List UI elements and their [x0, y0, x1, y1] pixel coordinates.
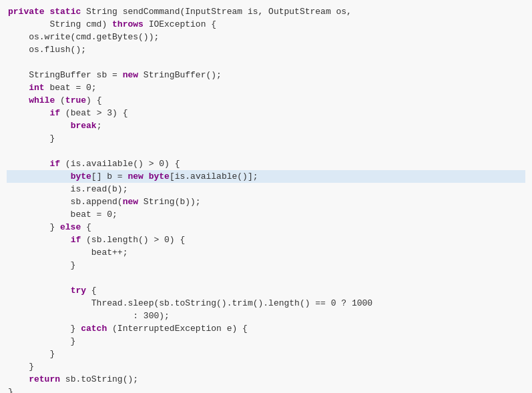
code-line	[7, 56, 525, 69]
code-line	[7, 145, 525, 157]
plain-token: }	[8, 222, 60, 232]
plain-token: }	[8, 324, 81, 334]
plain-token: String sendCommand(InputStream is, Outpu…	[81, 7, 352, 17]
code-line: try {	[7, 284, 525, 297]
plain-token: beat = 0;	[45, 83, 97, 93]
plain-token	[8, 108, 49, 118]
code-line: : 300);	[7, 310, 525, 322]
plain-token: sb.toString();	[60, 374, 138, 384]
plain-token: (is.available() > 0) {	[60, 159, 180, 169]
code-line: private static String sendCommand(InputS…	[7, 5, 525, 18]
plain-token: ) {	[86, 95, 101, 105]
plain-token: os.write(cmd.getBytes());	[8, 32, 159, 42]
code-line: if (is.available() > 0) {	[7, 157, 525, 170]
plain-token: (beat > 3) {	[60, 108, 127, 118]
plain-token	[8, 286, 71, 296]
plain-token: beat = 0;	[8, 210, 117, 220]
kw-token: byte	[71, 171, 91, 181]
kw-token: true	[65, 95, 86, 105]
code-line	[7, 272, 525, 284]
plain-token: beat++;	[8, 248, 127, 258]
code-line: Thread.sleep(sb.toString().trim().length…	[7, 297, 525, 310]
code-line: } else {	[7, 221, 525, 234]
code-line: os.write(cmd.getBytes());	[7, 31, 525, 43]
code-line: if (sb.length() > 0) {	[7, 234, 525, 246]
code-line: os.flush();	[7, 43, 525, 56]
kw-token: try	[71, 286, 86, 296]
kw-token: return	[29, 374, 60, 384]
code-line: int beat = 0;	[7, 81, 525, 94]
plain-token: [is.available()];	[170, 171, 258, 181]
plain-token	[8, 235, 71, 245]
kw-token: if	[49, 159, 60, 169]
plain-token	[8, 121, 71, 131]
code-line: }	[7, 335, 525, 348]
code-line: return sb.toString();	[7, 373, 525, 386]
kw-token: new	[123, 70, 138, 80]
code-line: }	[7, 259, 525, 272]
code-line: if (beat > 3) {	[7, 107, 525, 119]
kw-token: while	[29, 95, 55, 105]
kw-token: if	[71, 235, 81, 245]
kw-token: if	[49, 108, 60, 118]
plain-token	[8, 159, 49, 169]
plain-token: }	[8, 349, 55, 359]
kw-token: break	[71, 121, 97, 131]
plain-token: }	[8, 336, 75, 346]
plain-token: (	[55, 95, 65, 105]
code-line: }	[7, 132, 525, 145]
plain-token: Thread.	[8, 298, 127, 308]
code-line: }	[7, 348, 525, 360]
plain-token	[8, 83, 29, 93]
plain-token: {	[81, 222, 91, 232]
kw-token: private	[8, 7, 45, 17]
plain-token: os.flush();	[8, 45, 86, 55]
code-line: beat++;	[7, 246, 525, 259]
kw-token: else	[60, 222, 81, 232]
plain-token: StringBuffer sb =	[8, 70, 123, 80]
plain-token: is.read(b);	[8, 184, 127, 194]
kw-token: new	[127, 171, 143, 181]
plain-token	[144, 171, 149, 181]
plain-token: (InterruptedException e) {	[107, 324, 248, 334]
plain-token: (sb.toString().trim().length() == 0 ? 10…	[154, 298, 372, 308]
plain-token: [] b =	[91, 171, 128, 181]
plain-token: StringBuffer();	[138, 70, 222, 80]
plain-token: }	[8, 133, 55, 143]
code-line: }	[7, 386, 525, 393]
plain-token	[8, 171, 71, 181]
kw-token: catch	[81, 324, 107, 334]
code-line: }	[7, 360, 525, 373]
plain-token: : 300);	[8, 311, 170, 321]
plain-token: }	[8, 260, 75, 270]
plain-token: (sb.length() > 0) {	[81, 235, 185, 245]
code-line: String cmd) throws IOException {	[7, 18, 525, 31]
kw-token: new	[123, 197, 138, 207]
code-line: is.read(b);	[7, 183, 525, 195]
plain-token: ;	[97, 121, 102, 131]
code-line: sb.append(new String(b));	[7, 195, 525, 208]
plain-token: String cmd)	[8, 19, 112, 29]
code-line: break;	[7, 119, 525, 132]
code-line: StringBuffer sb = new StringBuffer();	[7, 69, 525, 81]
code-line: } catch (InterruptedException e) {	[7, 322, 525, 335]
code-line: while (true) {	[7, 94, 525, 107]
code-line: byte[] b = new byte[is.available()];	[7, 170, 525, 183]
plain-token: sb.append(	[8, 197, 123, 207]
plain-token: }	[8, 362, 34, 372]
kw-token: int	[29, 83, 44, 93]
plain-token: }	[8, 387, 13, 393]
plain-token: {	[86, 286, 97, 296]
plain-token: IOException {	[144, 19, 216, 29]
kw-token: throws	[112, 19, 144, 29]
kw-token: static	[49, 7, 81, 17]
method-token: sleep	[127, 298, 154, 308]
plain-token: String(b));	[138, 197, 201, 207]
code-line: beat = 0;	[7, 208, 525, 221]
plain-token	[8, 95, 29, 105]
code-container: private static String sendCommand(InputS…	[0, 0, 532, 393]
kw-token: byte	[149, 171, 170, 181]
plain-token	[8, 374, 29, 384]
